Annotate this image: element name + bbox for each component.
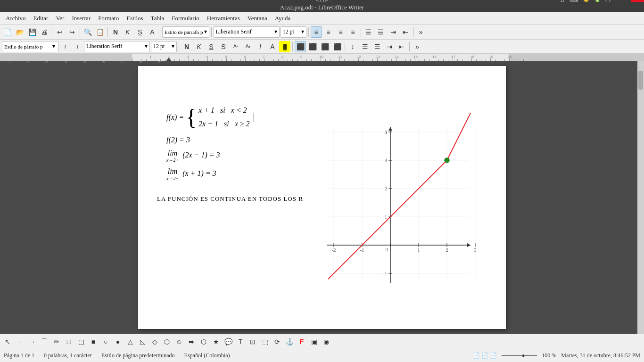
open-button[interactable]: 📂 [14, 26, 25, 38]
select-button[interactable]: ↖ [2, 336, 13, 347]
linespace-button[interactable]: ↕ [347, 41, 358, 52]
rotate-button[interactable]: ⟳ [272, 336, 283, 347]
align-justify2-button[interactable]: ⬛ [331, 41, 343, 52]
align-left2-button[interactable]: ⬛ [295, 41, 306, 52]
style2-chevron[interactable]: ▾ [52, 43, 55, 50]
arrow-button[interactable]: → [26, 336, 38, 347]
strikethrough-button[interactable]: S [218, 41, 229, 52]
effect-button[interactable]: ◉ [321, 336, 332, 347]
circle-button[interactable]: ● [112, 336, 124, 347]
anchor-button[interactable]: ⚓ [284, 336, 295, 347]
style-dropdown-2[interactable]: Estilo de párrafo p ▾ [2, 41, 58, 52]
find-button[interactable]: 🔍 [82, 26, 93, 38]
callout-button[interactable]: 💬 [223, 336, 234, 347]
menu-formato[interactable]: Formato [94, 14, 123, 23]
menu-ayuda[interactable]: Ayuda [271, 14, 294, 23]
lim2-sub: x→2− [166, 176, 179, 181]
outdent-button[interactable]: ⇤ [400, 26, 411, 38]
sub-button[interactable]: A₂ [242, 41, 254, 52]
flowchart-button[interactable]: ⬡ [198, 336, 209, 347]
size-dropdown[interactable]: 12 pt ▾ [281, 26, 306, 38]
indent-button[interactable]: ⇥ [388, 26, 399, 38]
rounded-rect-button[interactable]: ▢ [75, 336, 87, 347]
align-center-button[interactable]: ≡ [323, 26, 334, 38]
menu-ventana[interactable]: Ventana [244, 14, 271, 23]
align-left-button[interactable]: ≡ [311, 26, 322, 38]
menu-archivo[interactable]: Archivo [2, 14, 30, 23]
scrollbar-right[interactable] [637, 61, 644, 334]
func-lhs: f(x) = [166, 113, 184, 122]
indent2-button[interactable]: ⇥ [384, 41, 395, 52]
rect-button[interactable]: □ [63, 336, 74, 347]
menu-formulario[interactable]: Formulario [168, 14, 203, 23]
ellipse-button[interactable]: ○ [100, 336, 111, 347]
menu-herramientas[interactable]: Herramientas [203, 14, 244, 23]
rtriangle-button[interactable]: ◺ [137, 336, 148, 347]
char-style2-button[interactable]: T [72, 41, 83, 52]
star-button[interactable]: ★ [210, 336, 222, 347]
super-button[interactable]: A² [230, 41, 241, 52]
style-chevron[interactable]: ▾ [204, 28, 207, 35]
square-button[interactable]: ■ [88, 336, 99, 347]
size-chevron[interactable]: ▾ [301, 28, 304, 35]
bold2-button[interactable]: N [181, 41, 192, 52]
scroll-thumb[interactable] [638, 71, 643, 90]
size-dropdown-2[interactable]: 12 pt ▾ [151, 41, 177, 52]
align-center2-button[interactable]: ⬛ [307, 41, 318, 52]
bold-button[interactable]: N [110, 26, 121, 38]
undo-button[interactable]: ↩ [54, 26, 66, 38]
lim2-symbol: lim x→2− [166, 167, 179, 181]
textbox-button[interactable]: ⊡ [247, 336, 258, 347]
menu-tabla[interactable]: Tabla [147, 14, 168, 23]
font-color-button[interactable]: A [267, 41, 278, 52]
italic2-button[interactable]: K [193, 41, 205, 52]
triangle-button[interactable]: △ [124, 336, 136, 347]
outdent2-button[interactable]: ⇤ [396, 41, 407, 52]
num-list-button[interactable]: ☰ [375, 26, 387, 38]
zoom-slider[interactable]: ─────●─── [502, 352, 537, 359]
num-list2-button[interactable]: ☰ [372, 41, 383, 52]
list-button[interactable]: ☰ [363, 26, 374, 38]
3d-button[interactable]: ⬚ [259, 336, 271, 347]
shapes-button[interactable]: ⬡ [161, 336, 173, 347]
shadow-button[interactable]: ▣ [308, 336, 320, 347]
italic3-button[interactable]: I [255, 41, 266, 52]
new-button[interactable]: 📄 [2, 26, 13, 38]
align-right-button[interactable]: ≡ [335, 26, 347, 38]
text-draw-button[interactable]: T [235, 336, 246, 347]
align-justify-button[interactable]: ≡ [347, 26, 359, 38]
diamond-button[interactable]: ◇ [149, 336, 160, 347]
font-dropdown[interactable]: Liberation Serif ▾ [214, 26, 280, 38]
sep7 [361, 27, 361, 37]
more-button[interactable]: » [415, 26, 427, 38]
paste-button[interactable]: 📋 [94, 26, 106, 38]
font-dropdown-2[interactable]: Liberation Serif ▾ [84, 41, 150, 52]
save-button[interactable]: 💾 [26, 26, 38, 38]
font2-chevron[interactable]: ▾ [145, 43, 148, 50]
color-button[interactable]: A [147, 26, 158, 38]
menu-editar[interactable]: Editar [30, 14, 52, 23]
font-chevron[interactable]: ▾ [274, 28, 277, 35]
align-right2-button[interactable]: ⬛ [319, 41, 330, 52]
underline-button[interactable]: S [134, 26, 146, 38]
highlight-button[interactable]: ▓ [279, 41, 290, 52]
underline2-button[interactable]: S [206, 41, 217, 52]
block-arrow-button[interactable]: ➡ [186, 336, 197, 347]
style-dropdown[interactable]: Estilo de párrafo p ▾ [162, 26, 209, 38]
line-button[interactable]: ─ [14, 336, 25, 347]
menu-ver[interactable]: Ver [52, 14, 68, 23]
print-button[interactable]: 🖨 [39, 26, 50, 38]
freeform-button[interactable]: ✏ [51, 336, 62, 347]
italic-button[interactable]: K [122, 26, 133, 38]
doc-area[interactable]: f(x) = { x + 1 si x < 2 2x − 1 si [7, 61, 637, 334]
redo-button[interactable]: ↪ [66, 26, 78, 38]
menu-insertar[interactable]: Insertar [68, 14, 94, 23]
list2-button[interactable]: ☰ [359, 41, 371, 52]
curve-draw-button[interactable]: ⌒ [39, 336, 50, 347]
char-style-button[interactable]: T [59, 41, 71, 52]
more2-button[interactable]: » [412, 41, 423, 52]
size2-chevron[interactable]: ▾ [172, 43, 174, 50]
smiley-button[interactable]: ☺ [173, 336, 185, 347]
menu-estilos[interactable]: Estilos [123, 14, 147, 23]
libreoffice-basic-button[interactable]: F [296, 336, 307, 347]
